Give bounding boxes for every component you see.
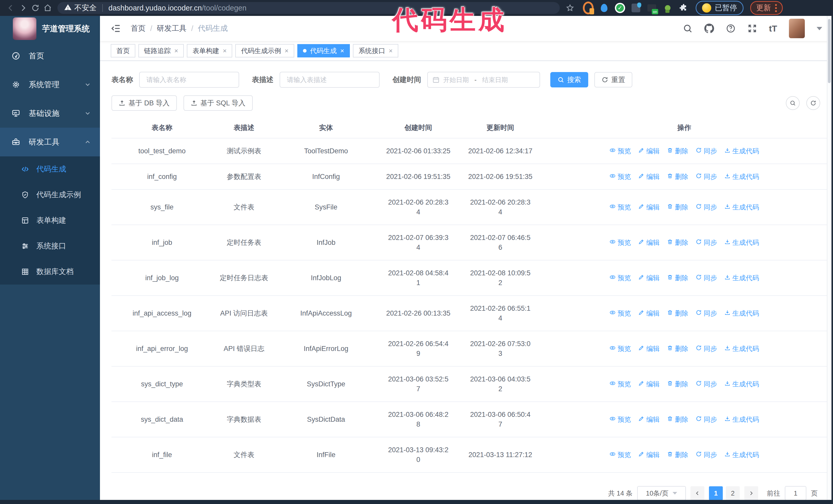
generate-code-link[interactable]: 生成代码	[724, 172, 759, 182]
breadcrumb-item[interactable]: 首页	[131, 23, 146, 33]
close-icon[interactable]: ×	[340, 47, 344, 54]
submenu-item-code[interactable]: 代码生成	[0, 157, 100, 182]
sync-link[interactable]: 同步	[696, 146, 717, 156]
sync-link[interactable]: 同步	[696, 450, 717, 460]
sidebar-item-monitor[interactable]: 基础设施	[0, 99, 100, 128]
edit-link[interactable]: 编辑	[638, 308, 660, 318]
generate-code-link[interactable]: 生成代码	[724, 379, 759, 389]
date-range-picker[interactable]: 开始日期 - 结束日期	[427, 72, 540, 88]
generate-code-link[interactable]: 生成代码	[724, 238, 759, 247]
avatar[interactable]	[789, 19, 805, 38]
paused-extension-badge[interactable]: 已暂停	[696, 1, 743, 15]
sidebar-item-toolbox[interactable]: 研发工具	[0, 128, 100, 157]
delete-link[interactable]: 删除	[667, 414, 688, 424]
delete-link[interactable]: 删除	[667, 172, 688, 182]
submenu-item-db-doc[interactable]: 数据库文档	[0, 259, 100, 285]
sidebar-item-dashboard[interactable]: 首页	[0, 42, 100, 70]
edit-link[interactable]: 编辑	[638, 146, 660, 156]
breadcrumb-item[interactable]: 代码生成	[198, 23, 228, 33]
table-desc-input[interactable]	[286, 76, 373, 84]
page-button-2[interactable]: 2	[726, 486, 740, 500]
help-icon[interactable]	[726, 24, 736, 33]
preview-link[interactable]: 预览	[610, 414, 631, 424]
delete-link[interactable]: 删除	[667, 202, 688, 212]
home-icon[interactable]	[42, 2, 54, 14]
extension-icon-5[interactable]: on	[646, 3, 657, 13]
delete-link[interactable]: 删除	[667, 146, 688, 156]
search-button[interactable]: 搜索	[550, 72, 588, 88]
sync-link[interactable]: 同步	[696, 344, 717, 354]
tab-3[interactable]: 代码生成示例×	[235, 44, 294, 57]
sidebar-item-gear[interactable]: 系统管理	[0, 70, 100, 99]
delete-link[interactable]: 删除	[667, 450, 688, 460]
scrollbar-thumb[interactable]	[828, 19, 831, 83]
delete-link[interactable]: 删除	[667, 344, 688, 354]
tab-5[interactable]: 系统接口×	[353, 44, 398, 57]
tab-4[interactable]: 代码生成×	[297, 44, 350, 57]
reset-button[interactable]: 重置	[594, 72, 632, 88]
sync-link[interactable]: 同步	[696, 238, 717, 247]
sync-link[interactable]: 同步	[696, 414, 717, 424]
github-icon[interactable]	[704, 24, 714, 33]
sync-link[interactable]: 同步	[696, 202, 717, 212]
goto-page-input[interactable]	[785, 486, 806, 500]
logo-row[interactable]: 芋道管理系统	[0, 16, 100, 42]
delete-link[interactable]: 删除	[667, 379, 688, 389]
refresh-table-icon[interactable]	[806, 96, 820, 110]
import-sql-button[interactable]: 基于 SQL 导入	[184, 95, 253, 111]
preview-link[interactable]: 预览	[610, 146, 631, 156]
preview-link[interactable]: 预览	[610, 379, 631, 389]
delete-link[interactable]: 删除	[667, 308, 688, 318]
delete-link[interactable]: 删除	[667, 238, 688, 247]
preview-link[interactable]: 预览	[610, 238, 631, 247]
extension-icon-1[interactable]	[583, 3, 594, 13]
submenu-item-form[interactable]: 表单构建	[0, 208, 100, 233]
generate-code-link[interactable]: 生成代码	[724, 414, 759, 424]
edit-link[interactable]: 编辑	[638, 450, 660, 460]
preview-link[interactable]: 预览	[610, 450, 631, 460]
preview-link[interactable]: 预览	[610, 202, 631, 212]
sync-link[interactable]: 同步	[696, 172, 717, 182]
tab-0[interactable]: 首页	[111, 44, 135, 57]
reload-icon[interactable]	[29, 2, 42, 14]
submenu-item-shield-check[interactable]: 代码生成示例	[0, 182, 100, 208]
tab-1[interactable]: 链路追踪×	[138, 44, 184, 57]
star-icon[interactable]	[564, 2, 576, 14]
preview-link[interactable]: 预览	[610, 344, 631, 354]
edit-link[interactable]: 编辑	[638, 414, 660, 424]
sync-link[interactable]: 同步	[696, 308, 717, 318]
preview-link[interactable]: 预览	[610, 273, 631, 283]
import-db-button[interactable]: 基于 DB 导入	[112, 95, 177, 111]
chevron-down-icon[interactable]	[816, 27, 822, 30]
extension-icon-2[interactable]	[599, 3, 610, 13]
close-icon[interactable]: ×	[174, 47, 178, 54]
close-icon[interactable]: ×	[389, 47, 392, 54]
next-page-button[interactable]	[744, 486, 758, 500]
security-warning[interactable]: 不安全	[64, 3, 97, 13]
submenu-item-sliders[interactable]: 系统接口	[0, 233, 100, 259]
prev-page-button[interactable]	[690, 486, 704, 500]
table-name-input[interactable]	[146, 76, 233, 84]
font-size-icon[interactable]: tT	[769, 24, 777, 33]
address-bar[interactable]: 不安全 dashboard.yudao.iocoder.cn /tool/cod…	[57, 2, 560, 14]
generate-code-link[interactable]: 生成代码	[724, 450, 759, 460]
close-icon[interactable]: ×	[285, 47, 288, 54]
kebab-menu-icon[interactable]	[775, 4, 777, 12]
back-icon[interactable]	[5, 2, 17, 14]
scrollbar[interactable]	[827, 16, 831, 500]
fullscreen-icon[interactable]	[747, 24, 757, 33]
sync-link[interactable]: 同步	[696, 273, 717, 283]
extension-icon-7[interactable]	[678, 3, 689, 13]
page-size-select[interactable]: 10条/页	[637, 486, 686, 500]
page-button-1[interactable]: 1	[709, 486, 723, 500]
update-button[interactable]: 更新	[750, 1, 783, 15]
breadcrumb-item[interactable]: 研发工具	[157, 23, 187, 33]
edit-link[interactable]: 编辑	[638, 172, 660, 182]
edit-link[interactable]: 编辑	[638, 273, 660, 283]
generate-code-link[interactable]: 生成代码	[724, 308, 759, 318]
extension-icon-4[interactable]	[630, 3, 641, 13]
generate-code-link[interactable]: 生成代码	[724, 146, 759, 156]
preview-link[interactable]: 预览	[610, 308, 631, 318]
edit-link[interactable]: 编辑	[638, 238, 660, 247]
close-icon[interactable]: ×	[223, 47, 227, 54]
